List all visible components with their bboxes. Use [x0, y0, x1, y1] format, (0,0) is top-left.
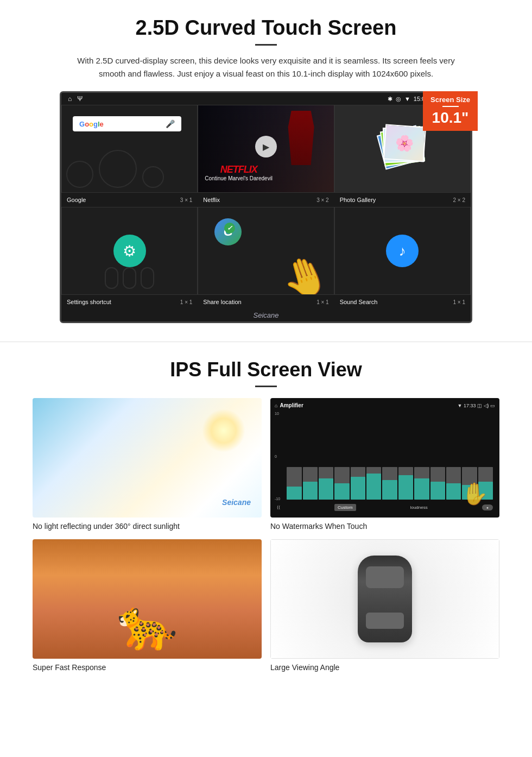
image-item-car: Large Viewing Angle [270, 539, 499, 672]
photo-stack: 🌸 [378, 124, 427, 173]
eq-labels: 100-10 [275, 411, 280, 502]
device-frame: ⌂ Ψ ✱ ◎ ▼ 15:06 ◫ ◁) ☒ ▭ [60, 91, 472, 323]
eq-bar-5[interactable] [366, 467, 381, 500]
mic-icon[interactable]: 🎤 [166, 119, 175, 128]
eq-title: Amplifier [280, 402, 303, 408]
eq-bar-8[interactable] [414, 467, 429, 500]
eq-bar-6[interactable] [382, 467, 397, 500]
car-windshield [366, 566, 404, 588]
eq-bar-3[interactable] [334, 467, 349, 500]
section-divider-hr [0, 342, 532, 342]
photo-card-4: 🌸 [383, 124, 426, 162]
car-placeholder [270, 539, 499, 659]
label-sound: Sound Search 1 × 1 [334, 297, 471, 307]
car-image [270, 539, 499, 659]
netflix-subtitle: Continue Marvel's Daredevil [205, 175, 273, 181]
cheetah-caption: Super Fast Response [33, 663, 262, 672]
share-app-size: 1 × 1 [316, 299, 329, 305]
section2-title: IPS Full Screen View [33, 358, 499, 381]
app-grid-bottom: ⚙ G ✓ 🤚 [61, 207, 471, 295]
eq-hand-icon: ✋ [461, 481, 489, 507]
flower-icon: 🌸 [395, 134, 415, 153]
google-app-name: Google [67, 197, 86, 203]
eq-icons-right: ▼ 17:33 ◫ ◁) ▭ [458, 403, 495, 408]
hand-gesture-icon: 🤚 [275, 249, 333, 294]
sound-cell-inner: ♪ [335, 207, 470, 294]
section-ips: IPS Full Screen View Seicane No light re… [0, 348, 532, 693]
netflix-logo: NETFLIX [205, 164, 273, 175]
sunlight-rays [202, 409, 245, 452]
netflix-cell-inner: ▶ NETFLIX Continue Marvel's Daredevil [198, 105, 333, 192]
eq-preset[interactable]: Custom [334, 504, 356, 511]
app-cell-netflix[interactable]: ▶ NETFLIX Continue Marvel's Daredevil [198, 105, 334, 193]
eq-home-icon: ⌂ [275, 403, 277, 408]
eq-bar-9[interactable] [430, 467, 445, 500]
ghost-person-1 [105, 267, 118, 289]
badge-size: 10.1" [432, 109, 469, 126]
maps-checkmark: ✓ [224, 223, 235, 234]
eq-screen-image: ⌂ Amplifier ▼ 17:33 ◫ ◁) ▭ 100-10 ⟨⟨ [270, 398, 499, 518]
settings-app-name: Settings shortcut [67, 299, 111, 305]
google-search-bar[interactable]: Google 🎤 [73, 116, 181, 131]
settings-icon: ⚙ [113, 235, 146, 267]
car-rear-window [366, 613, 404, 629]
eq-bar-4[interactable] [351, 467, 365, 500]
label-share: Share location 1 × 1 [198, 297, 334, 307]
label-netflix: Netflix 3 × 2 [198, 195, 334, 205]
image-item-sunlight: Seicane No light reflecting under 360° d… [33, 398, 262, 531]
status-bar: ⌂ Ψ ✱ ◎ ▼ 15:06 ◫ ◁) ☒ ▭ [61, 93, 471, 105]
home-icon[interactable]: ⌂ [68, 95, 72, 103]
settings-cell-inner: ⚙ [62, 207, 197, 294]
gallery-app-size: 2 × 2 [453, 197, 465, 203]
app-cell-sound[interactable]: ♪ [334, 207, 471, 295]
app-grid-top: Google 🎤 [61, 105, 471, 193]
google-maps-icon: G ✓ [214, 218, 242, 245]
google-cell-inner: Google 🎤 [62, 105, 197, 192]
netflix-app-name: Netflix [203, 197, 220, 203]
image-item-eq: ⌂ Amplifier ▼ 17:33 ◫ ◁) ▭ 100-10 ⟨⟨ [270, 398, 499, 531]
netflix-info: NETFLIX Continue Marvel's Daredevil [205, 164, 273, 181]
gallery-app-name: Photo Gallery [340, 197, 376, 203]
daredevil-figure [285, 111, 318, 165]
sound-search-icon: ♪ [386, 235, 419, 267]
eq-bar-7[interactable] [398, 467, 413, 500]
eq-bar-2[interactable] [319, 467, 333, 500]
section1-description: With 2.5D curved-display screen, this de… [76, 54, 456, 80]
seicane-watermark: Seicane [61, 309, 471, 321]
play-button[interactable]: ▶ [255, 136, 277, 157]
label-google: Google 3 × 1 [61, 195, 198, 205]
bluetooth-icon: ✱ [388, 96, 392, 103]
label-gallery: Photo Gallery 2 × 2 [334, 195, 471, 205]
ghost-bg [62, 160, 197, 192]
wifi-icon: ▼ [404, 96, 410, 102]
ghost-people [105, 267, 154, 289]
cheetah-icon: 🐆 [117, 596, 178, 653]
section-curved-screen: 2.5D Curved Touch Screen With 2.5D curve… [0, 0, 532, 336]
sunlight-caption: No light reflecting under 360° direct su… [33, 522, 262, 531]
app-cell-settings[interactable]: ⚙ [61, 207, 198, 295]
badge-label: Screen Size [430, 96, 470, 104]
car-top-view [358, 556, 412, 642]
eq-bar-10[interactable] [446, 467, 461, 500]
car-caption: Large Viewing Angle [270, 663, 499, 672]
screen-size-badge: Screen Size 10.1" [423, 91, 478, 131]
google-logo: Google [79, 120, 104, 128]
app-labels-bottom: Settings shortcut 1 × 1 Share location 1… [61, 295, 471, 309]
eq-bar-1[interactable] [303, 467, 318, 500]
eq-bar-0[interactable] [287, 467, 301, 500]
sunlight-placeholder: Seicane [33, 398, 262, 518]
section1-title: 2.5D Curved Touch Screen [33, 16, 499, 40]
location-icon: ◎ [396, 96, 401, 103]
sound-app-size: 1 × 1 [453, 299, 465, 305]
eq-loudness-label: loudness [410, 505, 428, 510]
ghost-person-2 [123, 267, 136, 289]
eq-prev-icon[interactable]: ⟨⟨ [277, 505, 280, 510]
device-mockup: Screen Size 10.1" ⌂ Ψ ✱ ◎ ▼ 15:06 ◫ ◁) ☒ [60, 91, 472, 323]
netflix-app-size: 3 × 2 [316, 197, 329, 203]
app-cell-google[interactable]: Google 🎤 [61, 105, 198, 193]
share-cell-inner: G ✓ 🤚 [198, 207, 333, 294]
cheetah-placeholder: 🐆 [33, 539, 262, 659]
label-settings: Settings shortcut 1 × 1 [61, 297, 198, 307]
app-cell-share[interactable]: G ✓ 🤚 [198, 207, 334, 295]
ghost-person-3 [141, 267, 154, 289]
